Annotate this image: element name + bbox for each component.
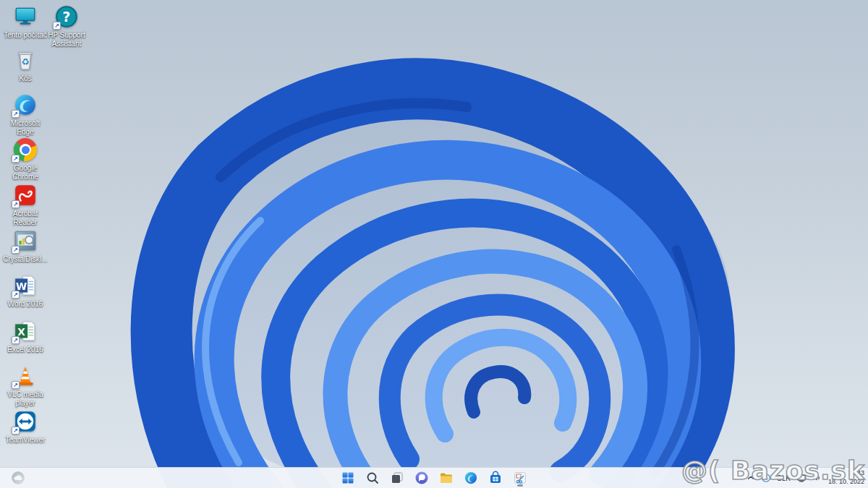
recycle-bin-icon: ♻ (13, 48, 38, 72)
tray-status-icon (761, 473, 771, 483)
shortcut-arrow-icon: ↗ (12, 246, 20, 254)
crystaldisk-icon: ↗ (13, 228, 38, 253)
hidden-icons-button[interactable] (745, 473, 756, 484)
desktop-icon-label: VLC media player (2, 390, 48, 408)
teams-chat-icon (414, 471, 429, 485)
desktop-icon-hp-support-assistant[interactable]: ? ↗ HP Support Assistant (41, 4, 93, 48)
desktop-icon-crystaldisk[interactable]: ↗ CrystalDiskI... (2, 228, 48, 264)
desktop-icon-label: CrystalDiskI... (3, 255, 48, 264)
shortcut-arrow-icon: ↗ (12, 155, 20, 163)
shortcut-arrow-icon: ↗ (12, 427, 20, 435)
this-pc-icon (13, 4, 38, 29)
chrome-icon: ↗ (13, 137, 38, 162)
system-tray: SLK 13:43 18. 10. 2022 (745, 468, 866, 488)
weather-widget-icon (11, 471, 25, 485)
tray-status-button[interactable] (760, 473, 771, 484)
shortcut-arrow-icon: ↗ (12, 381, 20, 389)
desktop-icon-word-2016[interactable]: W ↗ Word 2016 (2, 273, 48, 309)
vlc-icon: ↗ (13, 364, 38, 388)
desktop-icon-label: HP Support Assistant (41, 31, 93, 48)
word-icon: W ↗ (13, 273, 38, 298)
shortcut-arrow-icon: ↗ (12, 110, 20, 118)
clock-time: 13:43 (828, 469, 864, 478)
desktop-icon-excel-2016[interactable]: X ↗ Excel 2016 (2, 319, 48, 354)
desktop-icon-label: Google Chrome (2, 164, 48, 181)
desktop-icon-label: TeamViewer (6, 436, 46, 445)
acrobat-reader-icon: ↗ (13, 183, 38, 207)
shortcut-arrow-icon: ↗ (12, 336, 20, 344)
edge-icon (464, 471, 478, 485)
desktop-icon-label: Kôš (19, 74, 31, 83)
chevron-up-icon (746, 473, 756, 483)
shortcut-arrow-icon: ↗ (12, 200, 20, 208)
desktop-icon-label: Excel 2016 (7, 346, 43, 354)
chat-button[interactable] (412, 469, 431, 487)
running-app-indicator (517, 484, 523, 487)
microsoft-store-icon (488, 471, 503, 485)
svg-text:♻: ♻ (21, 56, 29, 67)
desktop-icon-teamviewer[interactable]: ↗ TeamViewer (2, 409, 48, 445)
desktop-icon-label: Microsoft Edge (2, 119, 48, 137)
clock-date: 18. 10. 2022 (828, 478, 864, 487)
language-indicator[interactable]: SLK (775, 474, 792, 482)
teamviewer-icon: ↗ (13, 409, 38, 434)
desktop-icon-acrobat-reader[interactable]: ↗ Acrobat Reader (2, 183, 48, 227)
widgets-button[interactable] (9, 469, 27, 487)
desktop-icon-google-chrome[interactable]: ↗ Google Chrome (2, 137, 48, 181)
desktop-icon-vlc[interactable]: ↗ VLC media player (2, 364, 48, 408)
edge-icon: ↗ (13, 93, 38, 117)
desktop-icon-label: Acrobat Reader (2, 210, 48, 227)
desktop-icon-microsoft-edge[interactable]: ↗ Microsoft Edge (2, 93, 48, 137)
store-button[interactable] (486, 469, 505, 487)
network-button[interactable] (796, 473, 807, 484)
taskbar: SLK 13:43 18. 10. 2022 (0, 467, 868, 488)
desktop-icon-label: Word 2016 (8, 300, 43, 309)
svg-text:?: ? (62, 9, 70, 25)
task-view-button[interactable] (388, 469, 407, 487)
network-icon (796, 473, 807, 483)
taskbar-center-icons (339, 468, 529, 488)
search-icon (365, 471, 380, 485)
shortcut-arrow-icon: ↗ (12, 291, 20, 299)
desktop-icon-recycle-bin[interactable]: ♻ Kôš (2, 48, 48, 83)
snipping-tool-icon (513, 471, 527, 485)
file-explorer-button[interactable] (437, 469, 456, 487)
shortcut-arrow-icon: ↗ (53, 22, 61, 30)
volume-button[interactable] (812, 473, 822, 484)
snipping-tool-button[interactable] (511, 469, 529, 487)
volume-icon (812, 473, 822, 483)
file-explorer-icon (439, 471, 454, 485)
excel-icon: X ↗ (13, 319, 38, 343)
bloom-wallpaper (0, 0, 868, 488)
hp-support-assistant-icon: ? ↗ (54, 4, 79, 29)
clock[interactable]: 13:43 18. 10. 2022 (828, 469, 864, 486)
edge-button[interactable] (461, 469, 480, 487)
task-view-icon (390, 471, 404, 485)
search-button[interactable] (363, 469, 382, 487)
windows-start-icon (341, 471, 355, 485)
start-button[interactable] (339, 469, 357, 487)
